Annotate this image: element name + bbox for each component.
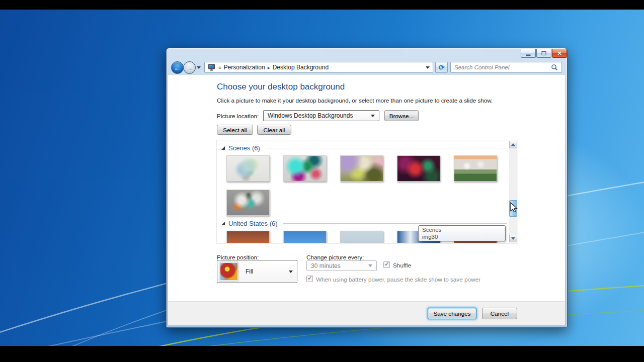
scroll-up-button[interactable] [509, 141, 517, 148]
group-rule [266, 148, 507, 148]
shuffle-checkbox: ✓ [383, 261, 390, 268]
picture-position-select[interactable]: Fill [217, 260, 297, 283]
picture-location-label: Picture location: [217, 113, 259, 119]
thumb-us-2[interactable] [283, 231, 327, 243]
window-body: Choose your desktop background Click a p… [168, 75, 565, 325]
page-title: Choose your desktop background [217, 82, 345, 92]
cancel-button[interactable]: Cancel [482, 308, 517, 319]
minimize-icon [526, 54, 531, 56]
group-collapse-icon [221, 146, 225, 150]
checkmark-icon: ✓ [384, 260, 389, 267]
close-button[interactable]: ✕ [552, 49, 567, 58]
forward-arrow-icon: → [186, 63, 193, 71]
picture-location-select[interactable]: Windows Desktop Backgrounds [263, 110, 379, 121]
thumbnail-row [226, 190, 510, 216]
scrollbar[interactable] [509, 141, 517, 242]
group-header-scenes[interactable]: Scenes (6) [221, 143, 507, 152]
breadcrumb-chevron: « [218, 65, 221, 70]
scroll-tooltip: Scenes img30 [418, 225, 506, 241]
group-rule [283, 223, 507, 224]
maximize-button[interactable] [536, 49, 551, 58]
breadcrumb-personalization[interactable]: Personalization [224, 64, 265, 71]
save-changes-button[interactable]: Save changes [428, 308, 476, 319]
minimize-button[interactable] [521, 49, 536, 58]
select-all-button[interactable]: Select all [217, 125, 253, 135]
battery-pause-checkbox: ✓ [306, 276, 313, 282]
forward-button[interactable]: → [183, 61, 196, 74]
thumb-scenes-5[interactable] [454, 155, 497, 182]
checkmark-icon: ✓ [307, 275, 312, 282]
navigation-bar: ← → « Personalization ▸ Desktop Backgrou… [167, 58, 567, 74]
back-arrow-icon: ← [174, 63, 181, 71]
page-subtitle: Click a picture to make it your desktop … [217, 97, 493, 104]
letterbox-bottom [0, 346, 644, 362]
battery-pause-label: When using battery power, pause the slid… [316, 276, 480, 283]
chevron-down-icon [289, 270, 293, 273]
chevron-down-icon [371, 115, 375, 117]
group-collapse-icon [221, 222, 225, 225]
thumb-us-1[interactable] [226, 231, 270, 243]
thumb-scenes-6[interactable] [226, 190, 270, 216]
group-label: United States (6) [228, 220, 278, 227]
change-picture-select: 30 minutes [306, 260, 377, 271]
group-label: Scenes (6) [228, 144, 260, 152]
chevron-down-icon [368, 264, 372, 267]
thumb-us-3[interactable] [340, 231, 383, 243]
refresh-button[interactable]: ⟳ [435, 62, 448, 73]
desktop-background-icon [208, 64, 216, 71]
control-panel-window: ✕ ← → « Personalization ▸ Desktop Backgr… [166, 48, 568, 328]
tooltip-item: img30 [422, 233, 502, 240]
back-button[interactable]: ← [171, 61, 184, 74]
fill-preview-thumbnail [219, 262, 238, 281]
thumb-scenes-4[interactable] [397, 155, 440, 182]
mouse-cursor [510, 202, 520, 213]
clear-all-button[interactable]: Clear all [257, 125, 291, 135]
search-icon [551, 64, 558, 71]
tooltip-group: Scenes [422, 226, 502, 233]
change-picture-label: Change picture every: [306, 254, 364, 260]
picture-position-value: Fill [246, 268, 253, 275]
thumbnail-row [226, 155, 510, 182]
search-placeholder: Search Control Panel [454, 64, 509, 70]
change-picture-value: 30 minutes [311, 262, 341, 269]
close-icon: ✕ [557, 50, 561, 56]
triangle-up-icon [511, 143, 515, 146]
letterbox-top [0, 0, 644, 10]
browse-button[interactable]: Browse... [384, 110, 419, 121]
thumb-scenes-2[interactable] [283, 155, 327, 182]
refresh-icon: ⟳ [439, 63, 445, 71]
picture-location-value: Windows Desktop Backgrounds [268, 112, 353, 119]
breadcrumb-desktop-background[interactable]: Desktop Background [273, 64, 329, 71]
scroll-down-button[interactable] [509, 235, 517, 242]
triangle-down-icon [511, 237, 515, 240]
thumb-scenes-3[interactable] [340, 155, 383, 182]
shuffle-label: Shuffle [393, 262, 411, 268]
address-bar[interactable]: « Personalization ▸ Desktop Background [204, 62, 433, 73]
breadcrumb-separator-icon: ▸ [268, 65, 270, 70]
address-dropdown-icon[interactable] [426, 66, 430, 69]
thumb-scenes-1[interactable] [226, 155, 270, 182]
search-input[interactable]: Search Control Panel [450, 62, 562, 73]
recent-pages-dropdown[interactable] [197, 66, 201, 69]
maximize-icon [542, 51, 546, 55]
